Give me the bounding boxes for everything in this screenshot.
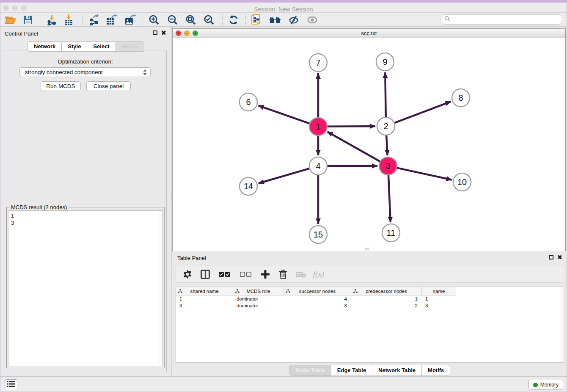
tab-network-table[interactable]: Network Table (372, 365, 422, 376)
cell[interactable]: 1 (176, 295, 233, 302)
eye-icon[interactable] (306, 14, 319, 26)
cell[interactable]: 3 (284, 302, 351, 309)
graph-node-label-11: 11 (387, 228, 396, 237)
mcds-result-title: MCDS result (2 nodes) (9, 204, 69, 210)
deselect-all-icon[interactable] (239, 269, 253, 280)
table-row-1[interactable]: 1dominator411 (176, 295, 564, 302)
edge-2-3[interactable] (386, 135, 388, 155)
tab-motifs[interactable]: Motifs (421, 365, 450, 376)
mcds-panel: Optimization criterion: strongly connect… (4, 50, 167, 372)
export-image-icon[interactable] (124, 14, 137, 26)
table-panel-window-buttons: ✖ (549, 255, 562, 259)
graph-node-label-10: 10 (457, 177, 467, 187)
zoom-in-icon[interactable] (148, 14, 160, 26)
close-table-panel-icon[interactable]: ✖ (557, 255, 562, 259)
network-window-titlebar[interactable]: × − + scc.txt (173, 29, 565, 38)
control-panel: Control Panel ✖ NetworkStyleSelectMCDS O… (0, 27, 171, 377)
graph-node-label-2: 2 (383, 121, 388, 131)
graph-node-label-4: 4 (316, 161, 320, 171)
export-table-icon[interactable] (105, 14, 118, 26)
table-header-row: shared nameMCDS rolesuccessor nodesprede… (176, 287, 456, 295)
eye-slash-icon[interactable] (287, 14, 300, 26)
column-label: shared name (190, 289, 218, 294)
open-session-icon[interactable] (4, 14, 17, 26)
save-session-icon[interactable] (22, 14, 34, 26)
tab-node-table[interactable]: Node Table (289, 365, 331, 376)
table-panel-title: Table Panel (177, 255, 206, 261)
column-header-predecessor-nodes[interactable]: predecessor nodes (351, 287, 422, 295)
refresh-icon[interactable] (227, 14, 240, 26)
result-scrollbar[interactable] (158, 211, 162, 365)
network-resize-grip[interactable] (365, 248, 369, 250)
close-panel-button[interactable]: Close panel (86, 81, 131, 91)
edge-2-9[interactable] (385, 72, 385, 117)
table-scrollbar[interactable] (560, 287, 564, 362)
cell[interactable]: 3 (176, 302, 233, 309)
edge-2-8[interactable] (395, 102, 451, 123)
double-home-icon[interactable] (269, 14, 281, 26)
cell[interactable]: 2 (351, 302, 422, 309)
cell[interactable]: 4 (284, 295, 351, 302)
table-row-2[interactable]: 3dominator323 (176, 302, 564, 309)
cell[interactable]: 3 (422, 302, 456, 309)
edge-3-11[interactable] (388, 175, 391, 222)
column-header-MCDS-role[interactable]: MCDS role (233, 287, 284, 295)
graph-node-label-8: 8 (458, 93, 463, 102)
tab-mcds[interactable]: MCDS (116, 41, 144, 52)
search-icon (444, 16, 450, 23)
zoom-fit-icon[interactable] (184, 14, 197, 26)
split-view-icon[interactable] (200, 269, 211, 280)
function-builder-icon[interactable]: f(x) (313, 269, 324, 280)
graph-node-label-6: 6 (246, 97, 250, 107)
graph-node-label-14: 14 (244, 182, 253, 191)
edge-4-14[interactable] (259, 168, 309, 183)
clone-network-icon[interactable] (250, 14, 263, 26)
control-panel-tabs: NetworkStyleSelectMCDS (0, 41, 171, 52)
edge-3-1[interactable] (328, 132, 380, 161)
memory-button[interactable]: Memory (528, 380, 563, 390)
hierarchy-icon (286, 289, 290, 294)
add-icon[interactable] (260, 269, 271, 280)
table-panel: Table Panel ✖ f(x) shared nameMCDS rol (172, 252, 567, 377)
cell[interactable]: dominator (233, 302, 284, 309)
edge-1-6[interactable] (259, 105, 310, 123)
column-label: name (433, 289, 445, 294)
edge-1-2[interactable] (328, 126, 375, 127)
network-graph[interactable]: 7968124314101511 (173, 38, 565, 251)
delete-table-icon[interactable] (295, 269, 306, 280)
tab-style[interactable]: Style (61, 41, 87, 52)
close-panel-icon[interactable]: ✖ (161, 30, 166, 35)
main-toolbar (0, 13, 567, 27)
cell[interactable]: dominator (233, 295, 284, 302)
gear-icon[interactable] (182, 269, 193, 280)
column-header-shared-name[interactable]: shared name (176, 287, 233, 295)
cell[interactable]: 1 (422, 295, 456, 302)
task-history-button[interactable] (5, 379, 17, 390)
control-panel-window-buttons: ✖ (153, 30, 166, 35)
tab-network[interactable]: Network (28, 41, 62, 52)
import-network-icon[interactable] (45, 14, 58, 26)
zoom-out-icon[interactable] (166, 14, 179, 26)
export-network-icon[interactable] (88, 14, 100, 26)
search-input[interactable] (450, 15, 563, 24)
tab-edge-table[interactable]: Edge Table (331, 365, 372, 376)
column-header-successor-nodes[interactable]: successor nodes (284, 287, 351, 295)
mcds-result-textarea[interactable]: 1 3 (8, 210, 163, 366)
select-all-icon[interactable] (217, 269, 232, 280)
cell[interactable]: 1 (351, 295, 422, 302)
run-mcds-button[interactable]: Run MCDS (41, 81, 81, 91)
float-table-panel-icon[interactable] (549, 255, 553, 259)
criterion-dropdown[interactable]: strongly connected component (19, 67, 151, 77)
float-panel-icon[interactable] (153, 30, 157, 35)
column-label: successor nodes (299, 289, 336, 294)
edge-3-10[interactable] (397, 168, 451, 180)
column-header-name[interactable]: name (422, 287, 456, 295)
tab-select[interactable]: Select (87, 41, 116, 52)
trash-icon[interactable] (278, 269, 289, 280)
zoom-selected-icon[interactable] (203, 14, 215, 26)
graph-node-label-15: 15 (314, 230, 323, 239)
search-box[interactable] (440, 14, 563, 25)
import-table-icon[interactable] (62, 14, 75, 26)
column-label: MCDS role (246, 289, 270, 294)
network-view-window: × − + scc.txt 7968124314101511 (172, 28, 566, 251)
